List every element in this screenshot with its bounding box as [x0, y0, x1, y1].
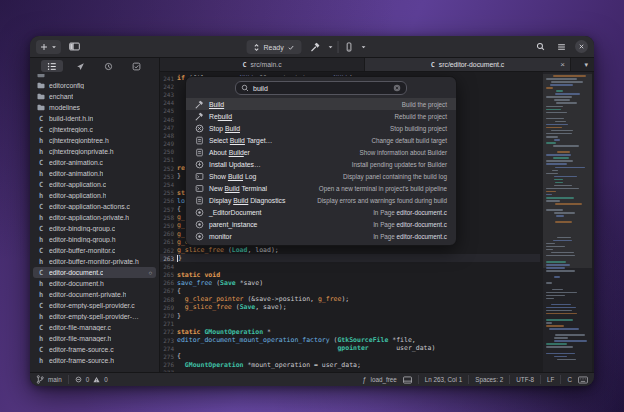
sidebar-tab-todo[interactable] [126, 60, 148, 72]
file-row-editor-application.h[interactable]: heditor-application.h [33, 190, 156, 201]
device-icon [345, 42, 352, 52]
tab-overflow-button[interactable]: ▾ [571, 58, 594, 71]
error-circle-icon [75, 376, 82, 383]
code-line-275: 275{ [160, 352, 540, 360]
minimap-line [554, 276, 560, 278]
global-search-popover: build BuildBuild the projectRebuildRebui… [185, 76, 457, 246]
file-row-editor-frame-source.c[interactable]: Ceditor-frame-source.c [33, 344, 156, 355]
run-device-button[interactable] [342, 40, 356, 54]
file-row-editor-binding-group.h[interactable]: heditor-binding-group.h [33, 234, 156, 245]
line-ending-setting[interactable]: LF [547, 376, 554, 383]
search-result-about-builder[interactable]: About BuilderShow information about Buil… [186, 146, 456, 158]
encoding-setting[interactable]: UTF-8 [516, 376, 534, 383]
panel-icon[interactable] [403, 376, 412, 384]
branch-indicator[interactable]: main [36, 375, 62, 384]
build-button[interactable] [309, 40, 323, 54]
minimap-line [546, 173, 558, 175]
keyboard-icon[interactable] [578, 376, 588, 384]
file-row-cjhtextregionprivate.h[interactable]: hcjhtextregionprivate.h [33, 146, 156, 157]
search-result-new-build-terminal[interactable]: New Build TerminalOpen a new terminal in… [186, 182, 456, 194]
cursor-position[interactable]: Ln 263, Col 1 [425, 376, 462, 383]
result-label: About Builder [209, 149, 250, 156]
file-row-editor-animation.c[interactable]: Ceditor-animation.c [33, 157, 156, 168]
sidebar-tab-history[interactable] [98, 60, 120, 72]
file-row-editor-empty-spell-provider.c[interactable]: Ceditor-empty-spell-provider.c [33, 300, 156, 311]
file-row-editor-file-manager.h[interactable]: heditor-file-manager.h [33, 333, 156, 344]
hammer-icon [311, 42, 321, 52]
code-line-270: 270} [160, 311, 540, 319]
file-row-editor-buffer-monitor-private.h[interactable]: heditor-buffer-monitor-private.h [33, 256, 156, 267]
file-row-editor-animation.h[interactable]: heditor-animation.h [33, 168, 156, 179]
line-content: } [174, 254, 182, 262]
search-result-monitor[interactable]: monitorIn Page editor-document.c [186, 230, 456, 242]
line-number: 241 [160, 75, 174, 82]
search-result-install-updates-[interactable]: Install Updates…Install pending updates … [186, 158, 456, 170]
file-name: editor-frame-source.h [49, 357, 114, 364]
search-result-select-build-target-[interactable]: Select Build Target…Change default build… [186, 134, 456, 146]
search-result--editordocument[interactable]: _EditorDocumentIn Page editor-document.c [186, 206, 456, 218]
search-result-stop-build[interactable]: Stop BuildStop building project [186, 122, 456, 134]
file-row-editor-frame-source.h[interactable]: heditor-frame-source.h [33, 355, 156, 366]
file-row-editorconfig[interactable]: editorconfig [33, 80, 156, 91]
file-row-editor-document.h[interactable]: heditor-document.h [33, 278, 156, 289]
language-setting[interactable]: C [567, 376, 572, 383]
caret-down-icon [360, 44, 366, 50]
file-row-modelines[interactable]: modelines [33, 102, 156, 113]
close-icon [578, 43, 585, 50]
line-number: 257 [160, 206, 174, 213]
diagnostics-indicator[interactable]: 0 0 [75, 376, 108, 383]
search-entry[interactable]: build [235, 81, 407, 95]
divider [418, 375, 419, 384]
result-label: New Build Terminal [209, 185, 267, 192]
minimap[interactable] [543, 72, 592, 372]
close-tab-icon[interactable]: × [560, 60, 565, 69]
search-button[interactable] [533, 40, 547, 54]
build-options-caret[interactable] [326, 40, 335, 54]
paper-plane-icon [76, 62, 85, 71]
minimap-line [546, 118, 564, 120]
file-row[interactable] [33, 74, 156, 80]
minimap-line [554, 340, 587, 342]
file-row-editor-file-manager.c[interactable]: Ceditor-file-manager.c [33, 322, 156, 333]
clear-icon[interactable] [393, 84, 401, 92]
file-row-cjhtextregionbtree.h[interactable]: hcjhtextregionbtree.h [33, 135, 156, 146]
file-name: editor-application.h [49, 192, 106, 199]
code-editor[interactable]: 241if (filename == NULL && content_type … [160, 72, 594, 372]
close-window-button[interactable] [575, 40, 588, 53]
search-result-build[interactable]: BuildBuild the project [186, 98, 456, 110]
indentation-setting[interactable]: Spaces: 2 [475, 376, 503, 383]
file-row-editor-document.c[interactable]: Ceditor-document.c○ [33, 267, 156, 278]
toggle-panel-button[interactable] [67, 40, 81, 54]
omnibar-status-button[interactable]: Ready [247, 40, 302, 54]
divider [509, 375, 510, 384]
run-options-caret[interactable] [359, 40, 368, 54]
file-row-editor-application-private.h[interactable]: heditor-application-private.h [33, 212, 156, 223]
file-row-cjhtextregion.c[interactable]: Ccjhtextregion.c [33, 124, 156, 135]
file-row-enchant[interactable]: enchant [33, 91, 156, 102]
file-row-build-ident.h.in[interactable]: Cbuild-ident.h.in [33, 113, 156, 124]
file-row-editor-application.c[interactable]: Ceditor-application.c [33, 179, 156, 190]
current-symbol-indicator[interactable]: ƒ load_free [363, 376, 397, 383]
c-file-icon: C [37, 225, 45, 233]
search-result-rebuild[interactable]: RebuildRebuild the project [186, 110, 456, 122]
file-row-editor-application-actions.c[interactable]: Ceditor-application-actions.c [33, 201, 156, 212]
line-content: static GMountOperation * [174, 328, 271, 336]
file-row-editor-empty-spell-provider-…[interactable]: heditor-empty-spell-provider-… [33, 311, 156, 322]
tab-src-editor-document-c[interactable]: C src/editor-document.c × [364, 58, 571, 71]
minimap-line [546, 154, 571, 156]
file-row-editor-binding-group.c[interactable]: Ceditor-binding-group.c [33, 223, 156, 234]
search-result-show-build-log[interactable]: Show Build LogDisplay panel containing t… [186, 170, 456, 182]
menu-button[interactable] [554, 40, 568, 54]
sidebar-tab-project-tree[interactable] [41, 60, 63, 72]
new-tab-button[interactable] [36, 40, 61, 54]
minimap-line [546, 282, 552, 284]
file-row-editor-document-private.h[interactable]: heditor-document-private.h [33, 289, 156, 300]
minimap-line [553, 145, 580, 147]
sidebar-tab-search[interactable] [69, 60, 91, 72]
search-result-parent-instance[interactable]: parent_instanceIn Page editor-document.c [186, 218, 456, 230]
file-row-editor-buffer-monitor.c[interactable]: Ceditor-buffer-monitor.c [33, 245, 156, 256]
terminal-icon [195, 184, 204, 193]
search-result-display-build-diagnostics[interactable]: Display Build DiagnosticsDisplay errors … [186, 194, 456, 206]
tab-src-main-c[interactable]: C src/main.c [160, 58, 364, 71]
build-status-label: Ready [264, 44, 284, 51]
